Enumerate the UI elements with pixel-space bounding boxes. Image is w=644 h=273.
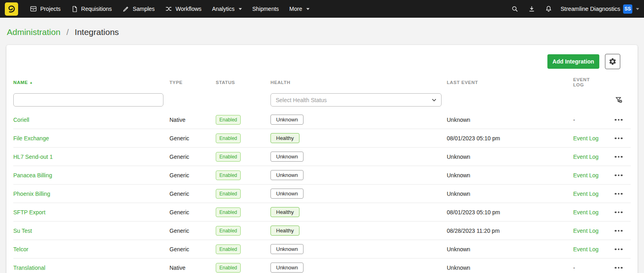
column-header-name[interactable]: NAME▲ (13, 80, 169, 85)
samples-icon (122, 5, 130, 12)
search-icon (511, 5, 518, 12)
health-badge: Healthy (270, 207, 299, 217)
health-badge: Unknown (270, 152, 303, 162)
event-log-cell[interactable]: Event Log (573, 172, 607, 179)
table-row: Translational Native Enabled Unknown Unk… (13, 259, 631, 273)
breadcrumb-separator: / (66, 27, 69, 37)
dragon-logo-icon (7, 4, 17, 14)
row-actions-button[interactable] (612, 172, 625, 179)
integration-type: Generic (169, 154, 216, 160)
account-menu[interactable]: Streamline Diagnostics SS (561, 4, 639, 14)
integration-name-link[interactable]: Su Test (13, 228, 32, 234)
name-filter-input[interactable] (13, 93, 163, 107)
app-logo[interactable] (5, 2, 18, 16)
nav-item-projects[interactable]: Projects (25, 0, 66, 18)
event-log-cell[interactable]: Event Log (573, 191, 607, 197)
status-cell: Enabled (216, 263, 270, 273)
nav-item-requisitions[interactable]: Requisitions (66, 0, 117, 18)
download-button[interactable] (524, 2, 539, 15)
integration-type: Native (169, 265, 216, 271)
nav-item-more[interactable]: More (284, 0, 315, 18)
integration-name-link[interactable]: HL7 Send-out 1 (13, 154, 53, 160)
last-event: 08/01/2023 05:10 pm (447, 209, 573, 216)
chevron-down-icon (431, 97, 437, 103)
integrations-card: Add Integration NAME▲ TYPE STATUS HEALTH… (6, 45, 638, 273)
integration-name-link[interactable]: SFTP Export (13, 209, 45, 216)
breadcrumb: Administration / Integrations (0, 18, 644, 45)
add-integration-button[interactable]: Add Integration (547, 54, 599, 69)
health-cell: Unknown (270, 244, 447, 254)
event-log-cell[interactable]: Event Log (573, 228, 607, 234)
health-badge: Healthy (270, 133, 299, 143)
notifications-button[interactable] (541, 2, 556, 15)
health-select-placeholder: Select Health Status (276, 97, 327, 103)
row-actions-button[interactable] (612, 265, 625, 271)
table-settings-button[interactable] (605, 54, 620, 69)
status-cell: Enabled (216, 115, 270, 125)
requisitions-icon (71, 6, 78, 12)
column-header-status[interactable]: STATUS (216, 80, 270, 85)
main-nav: Projects Requisitions Samples Workflows … (25, 0, 315, 18)
filter-funnel-button[interactable] (615, 96, 623, 104)
column-header-type[interactable]: TYPE (169, 80, 216, 85)
actions-cell (607, 191, 631, 197)
health-cell: Unknown (270, 263, 447, 273)
row-actions-button[interactable] (612, 191, 625, 197)
event-log-cell[interactable]: Event Log (573, 154, 607, 160)
status-badge: Enabled (216, 263, 241, 273)
nav-item-samples[interactable]: Samples (117, 0, 160, 18)
status-badge: Enabled (216, 115, 241, 125)
status-badge: Enabled (216, 244, 241, 254)
table-header-row: NAME▲ TYPE STATUS HEALTH LAST EVENT EVEN… (13, 73, 631, 91)
last-event: Unknown (447, 246, 573, 252)
integration-name-link[interactable]: Coriell (13, 117, 29, 123)
health-cell: Healthy (270, 226, 447, 236)
nav-label: Workflows (175, 6, 201, 12)
status-cell: Enabled (216, 152, 270, 162)
row-actions-button[interactable] (612, 117, 625, 123)
health-status-select[interactable]: Select Health Status (270, 93, 442, 107)
row-actions-button[interactable] (612, 246, 625, 253)
integration-name-link[interactable]: Phoenix Billing (13, 191, 50, 197)
integration-name-link[interactable]: Telcor (13, 246, 28, 252)
event-log-cell[interactable]: Event Log (573, 209, 607, 216)
health-cell: Healthy (270, 133, 447, 143)
integration-name-cell: Panacea Billing (13, 172, 169, 179)
actions-cell (607, 246, 631, 253)
breadcrumb-administration-link[interactable]: Administration (7, 27, 60, 37)
row-actions-button[interactable] (612, 135, 625, 142)
nav-item-shipments[interactable]: Shipments (247, 0, 284, 18)
event-log-cell[interactable]: Event Log (573, 135, 607, 142)
event-log-cell: - (573, 265, 607, 271)
row-actions-button[interactable] (612, 228, 625, 234)
integration-type: Generic (169, 172, 216, 179)
account-name: Streamline Diagnostics (561, 6, 620, 12)
row-actions-button[interactable] (612, 209, 625, 216)
integration-type: Generic (169, 135, 216, 142)
table-row: Phoenix Billing Generic Enabled Unknown … (13, 185, 631, 203)
last-event: 08/28/2023 11:20 pm (447, 228, 573, 234)
integration-name-link[interactable]: File Exchange (13, 135, 49, 142)
last-event: Unknown (447, 191, 573, 197)
table-row: HL7 Send-out 1 Generic Enabled Unknown U… (13, 148, 631, 166)
integration-name-link[interactable]: Translational (13, 265, 45, 271)
status-badge: Enabled (216, 226, 241, 236)
actions-cell (607, 135, 631, 142)
health-cell: Unknown (270, 170, 447, 180)
event-log-cell[interactable]: Event Log (573, 246, 607, 252)
workflows-icon (165, 5, 172, 12)
status-cell: Enabled (216, 170, 270, 180)
column-header-last-event[interactable]: LAST EVENT (447, 80, 573, 85)
integration-name-cell: Telcor (13, 246, 169, 252)
integration-name-link[interactable]: Panacea Billing (13, 172, 52, 179)
row-actions-button[interactable] (612, 154, 625, 160)
search-button[interactable] (508, 2, 522, 15)
nav-item-analytics[interactable]: Analytics (207, 0, 247, 18)
integration-type: Native (169, 117, 216, 123)
integration-name-cell: Su Test (13, 228, 169, 234)
nav-item-workflows[interactable]: Workflows (160, 0, 206, 18)
status-cell: Enabled (216, 207, 270, 217)
status-badge: Enabled (216, 133, 241, 143)
column-header-event-log: EVENT LOG (573, 77, 597, 88)
column-header-health[interactable]: HEALTH (270, 80, 447, 85)
